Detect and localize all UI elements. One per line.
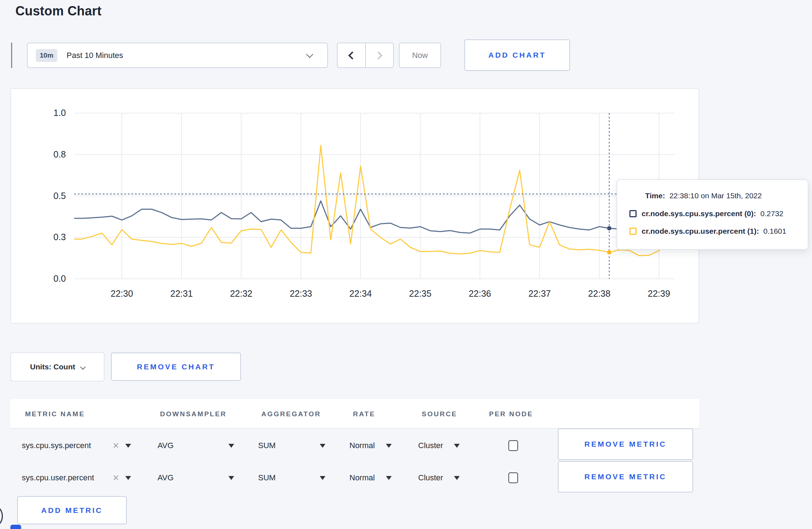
units-label: Units: Count	[30, 363, 75, 371]
series-color-swatch-icon	[629, 228, 637, 235]
source-select[interactable]: Cluster	[418, 473, 443, 482]
downsampler-select[interactable]: AVG	[158, 473, 174, 482]
caret-down-icon[interactable]	[228, 444, 234, 448]
caret-down-icon[interactable]	[386, 444, 392, 448]
below-fold-element	[10, 525, 21, 529]
tooltip-series-value: 0.2732	[760, 209, 783, 218]
y-axis-tick-label: 0.5	[37, 191, 66, 201]
metric-name-select[interactable]: sys.cpu.user.percent	[22, 473, 94, 482]
x-axis-tick-label: 22:34	[339, 288, 382, 299]
caret-down-icon[interactable]	[454, 444, 460, 448]
tooltip-series-value: 0.1601	[763, 227, 786, 236]
x-axis-tick-label: 22:30	[100, 288, 143, 299]
rate-select[interactable]: Normal	[349, 441, 375, 450]
rate-select[interactable]: Normal	[349, 473, 375, 482]
toolbar-left-divider	[11, 43, 12, 68]
x-axis-tick-label: 22:38	[578, 288, 621, 299]
caret-down-icon[interactable]	[320, 444, 325, 448]
chevron-down-icon	[306, 51, 313, 58]
clear-metric-icon[interactable]: ✕	[112, 441, 119, 451]
x-axis-tick-label: 22:33	[279, 288, 322, 299]
per-node-checkbox[interactable]	[508, 440, 518, 451]
chevron-right-icon	[374, 51, 382, 59]
column-header: RATE	[353, 399, 375, 429]
source-select[interactable]: Cluster	[418, 441, 443, 450]
caret-down-icon[interactable]	[125, 444, 131, 448]
y-axis-tick-label: 1.0	[37, 108, 66, 118]
add-metric-button[interactable]: ADD METRIC	[17, 496, 127, 524]
y-axis-tick-label: 0.8	[37, 149, 66, 160]
aggregator-select[interactable]: SUM	[258, 441, 276, 450]
caret-down-icon[interactable]	[228, 476, 234, 480]
tooltip-time-label: Time:	[645, 191, 665, 200]
column-header: AGGREGATOR	[261, 399, 321, 429]
tooltip-series-name: cr.node.sys.cpu.sys.percent (0):	[642, 209, 756, 218]
tooltip-series-row: cr.node.sys.cpu.sys.percent (0): 0.2732	[629, 209, 783, 218]
caret-down-icon[interactable]	[454, 476, 460, 480]
remove-chart-button[interactable]: REMOVE CHART	[111, 353, 241, 381]
x-axis-tick-label: 22:37	[518, 288, 561, 299]
time-range-dropdown[interactable]: 10m Past 10 Minutes	[27, 43, 328, 68]
tooltip-series-name: cr.node.sys.cpu.user.percent (1):	[642, 227, 759, 236]
column-header: SOURCE	[422, 399, 457, 429]
time-range-badge: 10m	[36, 49, 57, 62]
tooltip-series-row: cr.node.sys.cpu.user.percent (1): 0.1601	[629, 227, 786, 236]
chart-card: 0.00.30.50.81.022:3022:3122:3222:3322:34…	[10, 88, 699, 324]
tooltip-time-value: 22:38:10 on Mar 15th, 2022	[670, 191, 762, 200]
x-axis-tick-label: 22:31	[160, 288, 203, 299]
series-color-swatch-icon	[629, 210, 637, 217]
remove-metric-button[interactable]: REMOVE METRIC	[558, 428, 693, 460]
units-dropdown[interactable]: Units: Count	[10, 352, 105, 382]
caret-down-icon[interactable]	[386, 476, 392, 480]
time-forward-button[interactable]	[366, 43, 393, 67]
chevron-left-icon	[348, 51, 357, 59]
add-chart-button[interactable]: ADD CHART	[464, 39, 570, 71]
column-header: METRIC NAME	[25, 399, 85, 429]
x-axis-tick-label: 22:35	[399, 288, 442, 299]
time-nav-arrows	[337, 43, 394, 68]
column-header: DOWNSAMPLER	[160, 399, 227, 429]
x-axis-tick-label: 22:36	[458, 288, 501, 299]
x-axis-tick-label: 22:32	[220, 288, 263, 299]
caret-down-icon[interactable]	[125, 476, 131, 480]
page-title: Custom Chart	[15, 4, 101, 19]
metrics-table-header: METRIC NAMEDOWNSAMPLERAGGREGATORRATESOUR…	[10, 399, 699, 429]
aggregator-select[interactable]: SUM	[258, 473, 276, 482]
time-back-button[interactable]	[338, 43, 366, 67]
chevron-down-icon	[80, 364, 86, 370]
column-header: PER NODE	[489, 399, 533, 429]
remove-metric-button[interactable]: REMOVE METRIC	[558, 461, 693, 492]
edge-cut-circle-decoration	[0, 505, 3, 527]
x-axis-tick-label: 22:39	[638, 288, 681, 299]
caret-down-icon[interactable]	[320, 476, 325, 480]
metric-name-select[interactable]: sys.cpu.sys.percent	[22, 441, 91, 450]
clear-metric-icon[interactable]: ✕	[112, 473, 119, 483]
tooltip-time-row: Time: 22:38:10 on Mar 15th, 2022	[645, 191, 762, 200]
time-range-label: Past 10 Minutes	[67, 51, 123, 60]
downsampler-select[interactable]: AVG	[158, 441, 174, 450]
now-button[interactable]: Now	[399, 43, 441, 68]
y-axis-tick-label: 0.0	[37, 273, 66, 284]
chart-tooltip: Time: 22:38:10 on Mar 15th, 2022 cr.node…	[617, 179, 808, 250]
y-axis-tick-label: 0.3	[37, 232, 66, 242]
per-node-checkbox[interactable]	[508, 472, 518, 483]
